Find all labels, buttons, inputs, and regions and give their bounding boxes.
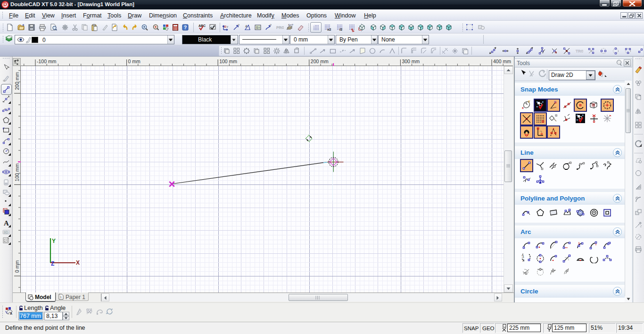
svg-text:Y: Y xyxy=(52,238,56,244)
svg-text:Z: Z xyxy=(51,260,54,267)
svg-text:?: ? xyxy=(184,25,187,30)
svg-text:S=?: S=? xyxy=(288,24,294,26)
svg-text:?: ? xyxy=(270,24,272,27)
svg-text:ABC: ABC xyxy=(198,24,206,27)
svg-text:100 mm: 100 mm xyxy=(14,163,20,181)
svg-text:0 mm: 0 mm xyxy=(14,260,20,273)
svg-text:/2: /2 xyxy=(339,27,342,32)
svg-text:0 mm: 0 mm xyxy=(128,58,141,64)
svg-text:x2: x2 xyxy=(327,27,331,32)
svg-text:400 mm: 400 mm xyxy=(493,58,511,64)
svg-text:S=: S= xyxy=(256,26,260,29)
svg-text:PRO: PRO xyxy=(276,25,284,30)
svg-text:-100 mm: -100 mm xyxy=(37,58,57,64)
svg-text:200 mm: 200 mm xyxy=(14,72,20,90)
svg-text:300 mm: 300 mm xyxy=(402,58,420,64)
svg-text:1: 1 xyxy=(522,255,524,258)
svg-text:X: X xyxy=(76,259,80,266)
svg-text:200 mm: 200 mm xyxy=(311,58,329,64)
svg-text:A: A xyxy=(245,25,248,28)
svg-text:y: y xyxy=(227,25,228,28)
svg-text:x: x xyxy=(522,106,524,109)
svg-text:?: ? xyxy=(238,24,239,27)
svg-text:TRO: TRO xyxy=(576,49,583,53)
svg-text:1: 1 xyxy=(60,295,62,299)
svg-text:A: A xyxy=(10,312,12,315)
svg-text:100 mm: 100 mm xyxy=(219,58,237,64)
svg-text:Y: Y xyxy=(528,100,530,103)
svg-text:2: 2 xyxy=(522,259,524,262)
